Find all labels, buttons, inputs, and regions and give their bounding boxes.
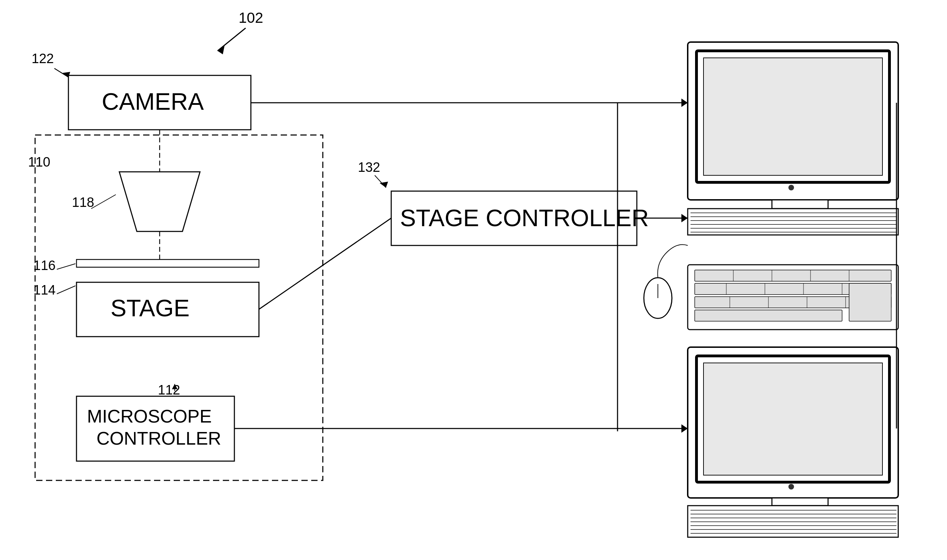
monitor-152-display: [703, 363, 882, 475]
monitor-142-neck: [772, 200, 828, 209]
svg-line-0: [217, 28, 245, 51]
svg-line-15: [259, 218, 391, 309]
monitor-142-power-dot: [788, 185, 794, 191]
numpad: [849, 283, 891, 321]
svg-line-8: [57, 286, 76, 294]
microscope-controller-label-2: CONTROLLER: [97, 428, 221, 449]
keyboard-row1: [695, 270, 891, 281]
stage-label: STAGE: [111, 295, 190, 321]
svg-line-7: [57, 264, 76, 269]
monitor-142-display: [703, 58, 882, 175]
stage-controller-label: STAGE CONTROLLER: [400, 205, 649, 231]
ref-122-label: 122: [32, 51, 54, 66]
ref-132-label: 132: [358, 160, 380, 175]
ref-102-label: 102: [239, 9, 263, 26]
objective-shape: [119, 172, 200, 231]
stage-platform-top: [77, 260, 259, 267]
keyboard-row4: [695, 310, 842, 321]
ref-110-label: 110: [28, 155, 50, 169]
ref-118-label: 118: [72, 195, 94, 210]
diagram: 102 122 CAMERA 110 118 116 114: [0, 0, 947, 560]
svg-line-5: [91, 195, 116, 209]
ref-114-label: 114: [33, 283, 56, 297]
svg-marker-55: [682, 424, 688, 433]
svg-marker-53: [682, 98, 688, 107]
svg-marker-17: [682, 214, 688, 222]
camera-label: CAMERA: [102, 88, 204, 115]
monitor-152-power-dot: [788, 484, 794, 489]
ref-116-label: 116: [33, 258, 56, 273]
ref-112-label: 112: [158, 383, 180, 397]
microscope-controller-label-1: MICROSCOPE: [87, 406, 211, 426]
monitor-152-neck: [772, 498, 828, 506]
